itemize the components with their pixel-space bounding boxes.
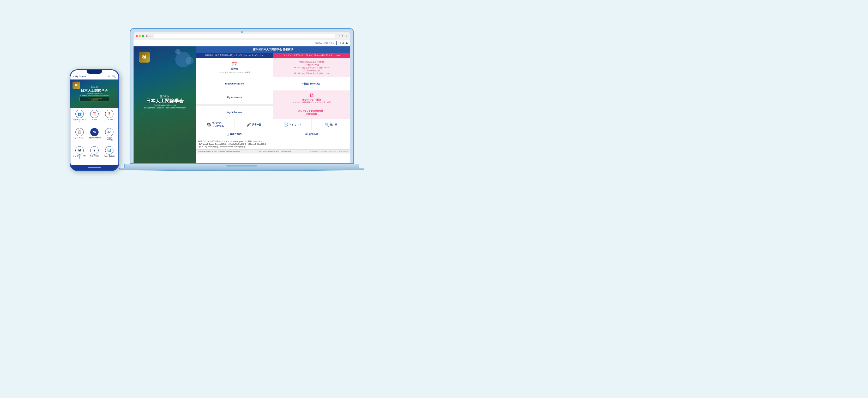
phone-conf-title-en: The 54th Annual Meeting of the Japanese … — [80, 93, 109, 96]
phone-frame: ‹ My Events ✉ 🔍 極 第 54 回 日本人工関節学会 — [70, 69, 119, 171]
phone-icon-item-ondemand[interactable]: 🖥 オンデマンド配信 — [72, 146, 86, 163]
english-program-menu-label: English Program — [225, 82, 244, 85]
nittei-icon: 📅 — [90, 110, 99, 118]
all-program-label: すべてのプログラム — [212, 122, 224, 127]
browser-minimize-dot[interactable] — [139, 35, 141, 37]
onsite-schedule-label: 現地学会（国立京都国際会館）2月23日（金）〜2月24日（土） — [205, 54, 264, 57]
my-list-icon: 📑 — [283, 123, 288, 127]
english-program-icon: EN — [90, 128, 99, 136]
wide-menu-grid: 📚 すべてのプログラム 🎤 演者一覧 📑 マイ リスト — [196, 120, 350, 130]
browser-tab-icon: ⊞ ⌄ — [146, 34, 151, 37]
info-menu-cell[interactable]: ℹ 各種ご案内 — [196, 130, 273, 139]
notice-line2: 【Windows】Google Chrome(最新版）/ Mozilla Fir… — [198, 143, 348, 145]
copyright-bar: Copyright 2024 MICE One Corporation. All… — [196, 150, 350, 154]
phone-ondemand-btn[interactable]: オンデマンド配信視聴実績 受講証明書 — [80, 97, 109, 101]
kaichusession-icon: 👥 — [75, 110, 84, 118]
font-size-large[interactable]: A — [345, 41, 348, 45]
phone-home-indicator — [88, 167, 101, 168]
english-program-menu-cell[interactable]: English Program — [196, 77, 273, 91]
ondemand-icon: 🖥 — [75, 146, 84, 155]
font-size-medium[interactable]: A — [342, 41, 344, 44]
my-schedule-menu-cell[interactable]: My Schedule — [196, 106, 273, 120]
phone-icon-item-debate[interactable]: 📊 4way Debate — [102, 146, 116, 163]
laptop: ⊞ ⌄ ⬇ ⬆ ＋ MICEnaviにログイン — [130, 28, 364, 171]
all-program-cell[interactable]: 📚 すべてのプログラム — [196, 120, 235, 130]
font-size-small[interactable]: A — [340, 42, 341, 44]
browser-share-icon[interactable]: ⬆ — [342, 34, 344, 38]
notice-line3: 【Mac OS】Safari(最新版）/ Google Chrome for M… — [198, 145, 348, 148]
footer-links-text: ● 利用規約 ｜ プライバシーポリシー ｜ お問い合わせ — [310, 151, 348, 152]
my-schedule-menu-label: My Schedule — [227, 111, 242, 114]
laptop-browser: ⊞ ⌄ ⬇ ⬆ ＋ MICEnaviにログイン — [133, 32, 350, 163]
font-size-controls: A A A — [340, 41, 348, 45]
browser-new-tab-icon[interactable]: ＋ — [345, 34, 348, 38]
browser-right-panel: 第54回日本人工関節学会 開催構成 現地学会（国立京都国際会館）2月23日（金）… — [196, 46, 350, 163]
laptop-device: ⊞ ⌄ ⬇ ⬆ ＋ MICEnaviにログイン — [130, 28, 364, 171]
演者一覧-cell[interactable]: 🎤 演者一覧 — [235, 120, 273, 130]
browser-close-dot[interactable] — [135, 35, 138, 37]
phone-icon-item-program[interactable]: 📋 プログラム — [72, 128, 86, 145]
phone-icon-item-kaichusession[interactable]: 👥 開催中セッション — [72, 110, 86, 127]
browser-download-icon[interactable]: ⬇ — [338, 34, 340, 38]
login-button[interactable]: MICEnaviにログイン — [313, 41, 337, 45]
my-list-cell[interactable]: 📑 マイ リスト — [273, 120, 312, 130]
conf-subtitle-num: 第 54 回 — [144, 95, 185, 98]
ondemand-cert-cell[interactable]: オンデマンド配信視聴実績・受講証明書 — [273, 106, 350, 120]
info-label: 各種ご案内 — [90, 155, 99, 157]
conf-header-bar: 第54回日本人工関節学会 開催構成 — [196, 46, 350, 53]
program-icon: 📋 — [75, 128, 84, 136]
search-cell[interactable]: 🔍 検 索 — [312, 120, 350, 130]
speaker-list-icon: 🎤 — [246, 123, 251, 127]
search-icon[interactable]: 🔍 — [112, 75, 116, 78]
debate-icon: 📊 — [105, 146, 114, 155]
phone-icon-item-nittei[interactable]: 📅 日程表 — [87, 110, 101, 127]
my-abstracts-menu-cell[interactable]: My Abstracts — [196, 91, 273, 104]
ondemand-label: オンデマンド配信 — [72, 155, 86, 159]
conf-title-jp: 日本人工関節学会 — [144, 98, 185, 104]
mail-icon[interactable]: ✉ — [108, 75, 110, 78]
browser-chrome: ⊞ ⌄ ⬇ ⬆ ＋ — [133, 32, 350, 40]
notice-menu-label: お知らせ — [309, 133, 318, 136]
browser-maximize-dot[interactable] — [142, 35, 144, 37]
phone-icon-item-english[interactable]: EN English Program — [87, 128, 101, 145]
phone-icon-item-info[interactable]: ℹ 各種ご案内 — [87, 146, 101, 163]
phone-notch — [87, 70, 102, 74]
ondemand-notice-line1: 3月15日（金）正午〜3月31日（日）23：59 — [294, 66, 330, 69]
nittei-menu-cell[interactable]: 📅 日程表 タイムテーブルからセッションを検索 — [196, 58, 273, 77]
phone-conf-num: 第 54 回 — [80, 86, 109, 89]
conf-schedule-grid: 現地学会（国立京都国際会館）2月23日（金）〜2月24日（土） オンデマンド配信… — [196, 53, 350, 58]
phone-icon-item-floor[interactable]: 📍 フロアマップ — [102, 110, 116, 127]
laptop-bottom-stand — [119, 168, 364, 171]
my-abstracts-menu-label: My Abstracts — [227, 96, 242, 99]
ai-wordly-menu-cell[interactable]: AI翻訳（Wordly） — [273, 77, 350, 91]
ondemand-schedule-label: オンデマンド配信 3月15日（金）正午〜4月15日（月）17:00 — [283, 54, 340, 57]
kaichusession-label: 開催中セッション — [72, 119, 86, 123]
onsite-schedule-cell: 現地学会（国立京都国際会館）2月23日（金）〜2月24日（土） — [196, 53, 273, 58]
browser-traffic-lights — [135, 35, 144, 37]
search-menu-icon: 🔍 — [325, 123, 329, 127]
my-list-label: マイ リスト — [289, 123, 301, 126]
ondemand-notice-title: ＜WEB開始による単位付与期間＞日本整形外科学会 — [294, 61, 330, 66]
speaker-list-label: 演者一覧 — [252, 123, 261, 126]
ondemand-cert-label: オンデマンド配信視聴実績・受講証明書 — [298, 110, 325, 115]
phone-icon-item-ai[interactable]: あA AI翻訳（Wordly） — [102, 128, 116, 145]
ondemand-notice-line2: 人工関節学会認定医 — [294, 69, 330, 72]
browser-url-bar[interactable] — [153, 34, 336, 38]
phone-hero-text: 第 54 回 日本人工関節学会 The 54th Annual Meeting … — [80, 86, 109, 102]
phone-hero-badge: 極 — [72, 81, 80, 89]
ondemand-schedule-cell: オンデマンド配信 3月15日（金）正午〜4月15日（月）17:00 — [273, 53, 350, 58]
phone-hero: 極 第 54 回 日本人工関節学会 The 54th Annual Meetin… — [70, 79, 118, 108]
browser-main-content: 極 第 54 回 日本人工関節学会 The 54th Annual Meetin… — [133, 46, 350, 163]
conf-title-en: The 54th Annual Meeting of the Japanese … — [144, 104, 185, 109]
conference-hero-image: 極 第 54 回 日本人工関節学会 The 54th Annual Meetin… — [133, 46, 196, 163]
notice-menu-icon: ✉ — [305, 133, 308, 136]
ondemand-btn-line2: 受講証明書 — [81, 99, 108, 101]
phone-back-label[interactable]: My Events — [75, 75, 87, 78]
notice-menu-cell[interactable]: ✉ お知らせ — [273, 130, 350, 139]
ondemand-streaming-cell[interactable]: 🖥 オンデマンド配信 オンデマンド配信対象セッションを一覧で表示 — [273, 91, 350, 105]
nittei-menu-sublabel: タイムテーブルからセッションを検索 — [219, 71, 250, 73]
floor-label: フロアマップ — [104, 119, 115, 121]
copyright-text: Copyright 2024 MICE One Corporation. All… — [198, 151, 240, 152]
browser-left-panel: 極 第 54 回 日本人工関節学会 The 54th Annual Meetin… — [133, 46, 196, 163]
browser-actions: ⬇ ⬆ ＋ — [338, 34, 348, 38]
